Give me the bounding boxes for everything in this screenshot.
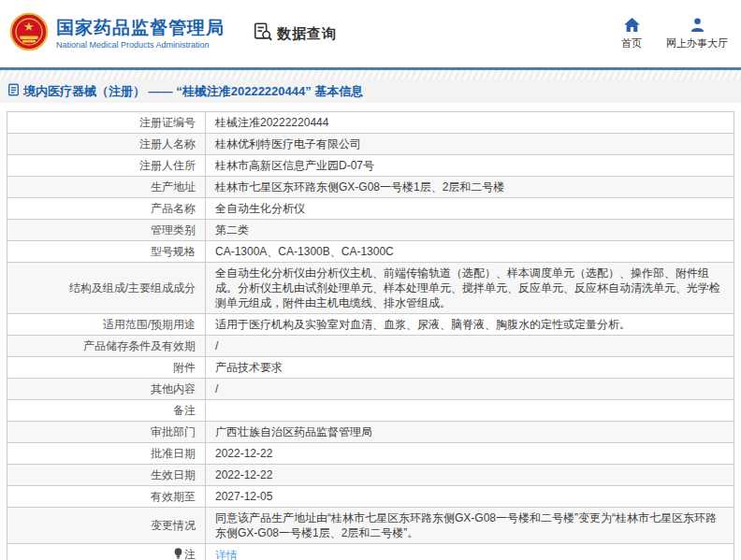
field-label: 注册人名称 [7,134,206,155]
table-row: 变更情况 同意该产品生产地址由“桂林市七星区东环路东侧GX-G08一号楼和二号楼… [7,508,734,544]
field-label-text: 产品储存条件及有效期 [83,339,196,352]
field-label-text: 附件 [173,361,196,374]
field-value: 2022-12-22 [206,443,734,465]
field-label: 有效期至 [7,486,206,508]
table-row: 注册人住所 桂林市高新区信息产业园D-07号 [7,155,734,177]
home-icon [624,18,640,32]
table-row: 适用范围/预期用途 适用于医疗机构及实验室对血清、血浆、尿液、脑脊液、胸腹水的定… [7,314,734,336]
field-label: 其他内容 [7,379,206,400]
table-row: 注册证编号 桂械注准20222220444 [7,112,734,134]
nav-home-label: 首页 [621,36,642,50]
info-table-body: 注册证编号 桂械注准20222220444 注册人名称 桂林优利特医疗电子有限公… [7,112,734,560]
field-label-text: 型号规格 [151,245,196,258]
field-label-text: 注 [184,548,196,560]
table-row: 结构及组成/主要组成成分 全自动生化分析仪由分析仪主机、前端传输轨道（选配）、样… [7,263,734,314]
field-label-text: 结构及组成/主要组成成分 [69,281,196,294]
field-value: 2022-12-22 [206,465,734,486]
table-row: 管理类别 第二类 [7,220,734,241]
field-value: 桂林市七星区东环路东侧GX-G08一号楼1层、2层和二号楼 [206,177,734,198]
field-value: 全自动生化分析仪 [206,198,734,220]
field-value: 第二类 [206,220,734,241]
field-label: 适用范围/预期用途 [7,314,206,336]
field-label: 注册人住所 [7,155,206,177]
field-label-text: 生产地址 [151,180,196,194]
table-row: 备注 [7,400,734,422]
data-query-icon [253,22,273,46]
field-value: 桂林优利特医疗电子有限公司 [206,134,734,155]
data-query-section[interactable]: 数据查询 [253,22,337,46]
data-query-label: 数据查询 [277,25,337,43]
field-value: 桂械注准20222220444 [206,112,734,134]
nav-home[interactable]: 首页 [621,18,642,50]
field-value: 详情 [206,544,734,560]
logo-group: ★ 国家药品监督管理局 National Medical Products Ad… [9,12,225,55]
field-label: 生产地址 [7,177,206,198]
table-row: 型号规格 CA-1300A、CA-1300B、CA-1300C [7,241,734,263]
field-label-text: 其他内容 [151,382,196,395]
header: ★ 国家药品监督管理局 National Medical Products Ad… [0,0,741,67]
field-label: 产品储存条件及有效期 [7,336,206,357]
field-label-text: 审批部门 [151,425,196,438]
org-subtitle: National Medical Products Administration [56,39,225,50]
field-value: / [206,379,734,400]
table-row: 审批部门 广西壮族自治区药品监督管理局 [7,422,734,443]
field-label: 注 [7,544,206,560]
field-value: 广西壮族自治区药品监督管理局 [206,422,734,443]
field-value: 适用于医疗机构及实验室对血清、血浆、尿液、脑脊液、胸腹水的定性或定量分析。 [206,314,734,336]
field-label: 备注 [7,400,206,422]
header-nav: 首页 网上办事大厅 [621,18,728,50]
info-table: 注册证编号 桂械注准20222220444 注册人名称 桂林优利特医疗电子有限公… [7,111,734,560]
table-row: 生产地址 桂林市七星区东环路东侧GX-G08一号楼1层、2层和二号楼 [7,177,734,198]
field-value: / [206,336,734,357]
table-row: 批准日期 2022-12-22 [7,443,734,465]
field-label-text: 注册证编号 [139,116,196,129]
field-label-text: 备注 [173,404,196,417]
field-value: CA-1300A、CA-1300B、CA-1300C [206,241,734,263]
detail-link[interactable]: 详情 [215,549,238,560]
field-label: 生效日期 [7,465,206,486]
svg-text:★: ★ [23,20,35,34]
field-label: 批准日期 [7,443,206,465]
field-value: 桂林市高新区信息产业园D-07号 [206,155,734,177]
table-row: 注 详情 [7,544,734,560]
hatched-band [0,70,741,79]
table-row: 附件 产品技术要求 [7,357,734,379]
field-label: 产品名称 [7,198,206,220]
field-label-text: 生效日期 [151,468,196,481]
field-label-text: 适用范围/预期用途 [103,318,196,331]
field-label-text: 变更情况 [151,519,196,532]
field-value: 产品技术要求 [206,357,734,379]
field-label: 附件 [7,357,206,379]
table-row: 注册人名称 桂林优利特医疗电子有限公司 [7,134,734,155]
field-label: 变更情况 [7,508,206,544]
field-label-text: 有效期至 [151,490,196,503]
field-value: 同意该产品生产地址由“桂林市七星区东环路东侧GX-G08一号楼和二号楼”变更为“… [206,508,734,544]
org-title: 国家药品监督管理局 [56,17,225,39]
field-value: 2027-12-05 [206,486,734,508]
field-label: 审批部门 [7,422,206,443]
field-label: 注册证编号 [7,112,206,134]
field-label: 结构及组成/主要组成成分 [7,263,206,314]
table-row: 有效期至 2027-12-05 [7,486,734,508]
field-label-text: 注册人名称 [139,137,196,151]
document-icon [7,83,20,100]
field-label-text: 批准日期 [151,447,196,460]
national-emblem-icon: ★ [9,12,49,55]
nav-service-hall-label: 网上办事大厅 [666,36,728,50]
field-label-text: 管理类别 [151,223,196,237]
table-row: 产品名称 全自动生化分析仪 [7,198,734,220]
table-row: 生效日期 2022-12-22 [7,465,734,486]
field-label-text: 产品名称 [151,202,196,215]
field-value [206,400,734,422]
field-value: 全自动生化分析仪由分析仪主机、前端传输轨道（选配）、样本调度单元（选配）、操作部… [206,263,734,314]
org-titles: 国家药品监督管理局 National Medical Products Admi… [56,17,225,50]
field-label: 管理类别 [7,220,206,241]
note-icon [174,548,182,560]
table-row: 其他内容 / [7,379,734,400]
nav-service-hall[interactable]: 网上办事大厅 [666,18,728,50]
breadcrumb: 境内医疗器械（注册） —— “桂械注准20222220444” 基本信息 [0,79,741,103]
spacer [0,103,741,111]
field-label-text: 注册人住所 [139,159,196,172]
user-icon [690,18,705,32]
field-label: 型号规格 [7,241,206,263]
